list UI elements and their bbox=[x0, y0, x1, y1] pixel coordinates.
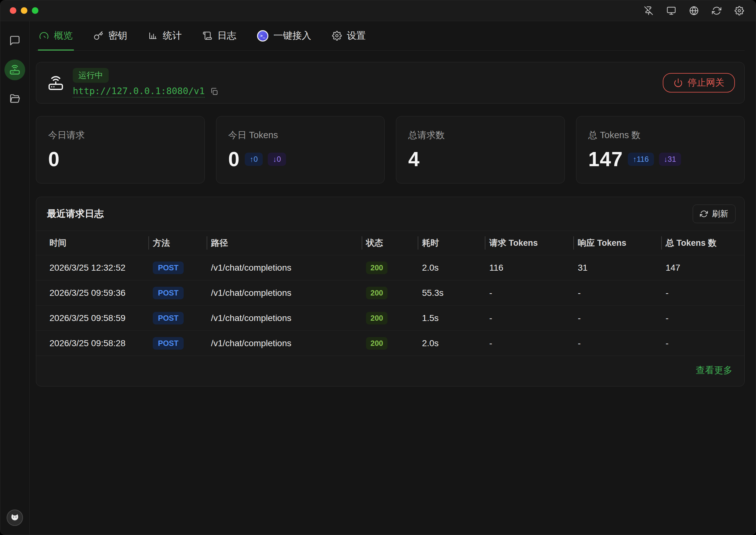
cell-time: 2026/3/25 09:59:36 bbox=[36, 288, 152, 298]
tokens-down-badge: ↓0 bbox=[268, 153, 286, 166]
pin-off-icon[interactable] bbox=[644, 6, 653, 16]
stat-value: 4 bbox=[408, 149, 420, 169]
stat-label: 今日请求 bbox=[48, 129, 193, 142]
main-content: 概览 密钥 统计 日志 bbox=[30, 21, 756, 535]
tokens-up-badge: ↑0 bbox=[245, 153, 263, 166]
router-icon bbox=[47, 74, 65, 92]
cell-total-tokens: - bbox=[664, 338, 744, 349]
col-method: 方法 bbox=[152, 237, 209, 249]
col-res-tokens: 响应 Tokens bbox=[576, 237, 664, 249]
tab-label: 设置 bbox=[347, 29, 366, 42]
stat-value: 0 bbox=[228, 149, 240, 169]
cell-req-tokens: - bbox=[488, 288, 576, 298]
stat-card-total-tokens: 总 Tokens 数 147 ↑116 ↓31 bbox=[576, 116, 745, 183]
tab-logs[interactable]: 日志 bbox=[201, 21, 237, 50]
globe-icon[interactable] bbox=[689, 6, 699, 16]
power-icon bbox=[674, 78, 683, 88]
method-badge: POST bbox=[153, 312, 183, 324]
cell-res-tokens: - bbox=[576, 313, 664, 323]
app-window: 概览 密钥 统计 日志 bbox=[0, 0, 756, 535]
tab-overview[interactable]: 概览 bbox=[38, 21, 74, 50]
folder-icon bbox=[9, 93, 20, 105]
logs-title: 最近请求日志 bbox=[47, 208, 104, 220]
stat-value: 147 bbox=[589, 149, 623, 169]
col-req-tokens: 请求 Tokens bbox=[488, 237, 576, 249]
table-row[interactable]: 2026/3/25 09:58:28 POST /v1/chat/complet… bbox=[36, 330, 744, 355]
cell-res-tokens: - bbox=[576, 288, 664, 298]
stats-row: 今日请求 0 今日 Tokens 0 ↑0 ↓0 总请求数 bbox=[36, 116, 745, 183]
cell-time: 2026/3/25 12:32:52 bbox=[36, 263, 152, 273]
copy-icon[interactable] bbox=[210, 87, 219, 96]
chat-bubble-icon bbox=[9, 35, 20, 47]
cell-res-tokens: 31 bbox=[576, 263, 664, 273]
cell-duration: 2.0s bbox=[421, 338, 488, 349]
terminal-app-icon: >_ bbox=[257, 30, 268, 42]
cell-duration: 55.3s bbox=[421, 288, 488, 298]
col-path: 路径 bbox=[210, 237, 365, 249]
gear-icon bbox=[332, 31, 342, 41]
user-avatar[interactable] bbox=[7, 510, 23, 526]
method-badge: POST bbox=[153, 287, 183, 299]
maximize-window-button[interactable] bbox=[32, 7, 39, 14]
scroll-icon bbox=[202, 31, 212, 41]
col-status: 状态 bbox=[365, 237, 421, 249]
tab-quick-connect[interactable]: >_ 一键接入 bbox=[256, 21, 313, 50]
sidebar-item-files[interactable] bbox=[6, 90, 24, 108]
gauge-icon bbox=[39, 31, 49, 41]
cell-time: 2026/3/25 09:58:59 bbox=[36, 313, 152, 323]
cell-req-tokens: - bbox=[488, 313, 576, 323]
cat-avatar-icon bbox=[9, 512, 21, 524]
view-more-link[interactable]: 查看更多 bbox=[696, 364, 732, 377]
cell-path: /v1/chat/completions bbox=[210, 313, 365, 323]
stop-gateway-button[interactable]: 停止网关 bbox=[663, 73, 735, 93]
col-time: 时间 bbox=[36, 237, 152, 249]
cell-duration: 2.0s bbox=[421, 263, 488, 273]
tab-label: 日志 bbox=[217, 29, 236, 42]
tab-label: 一键接入 bbox=[273, 29, 311, 42]
display-icon[interactable] bbox=[666, 6, 676, 16]
settings-icon[interactable] bbox=[734, 6, 744, 16]
cell-res-tokens: - bbox=[576, 338, 664, 349]
cell-total-tokens: - bbox=[664, 288, 744, 298]
status-badge: 200 bbox=[366, 262, 387, 274]
tab-stats[interactable]: 统计 bbox=[147, 21, 183, 50]
stat-card-today-tokens: 今日 Tokens 0 ↑0 ↓0 bbox=[216, 116, 385, 183]
sidebar-item-chat[interactable] bbox=[6, 32, 24, 50]
tab-label: 密钥 bbox=[108, 29, 127, 42]
stat-value: 0 bbox=[48, 149, 60, 169]
cell-req-tokens: 116 bbox=[488, 263, 576, 273]
tab-settings[interactable]: 设置 bbox=[331, 21, 367, 50]
cell-path: /v1/chat/completions bbox=[210, 288, 365, 298]
cell-time: 2026/3/25 09:58:28 bbox=[36, 338, 152, 349]
table-row[interactable]: 2026/3/25 09:58:59 POST /v1/chat/complet… bbox=[36, 305, 744, 330]
close-window-button[interactable] bbox=[10, 7, 16, 14]
tab-keys[interactable]: 密钥 bbox=[92, 21, 129, 50]
gateway-status-card: 运行中 http://127.0.0.1:8080/v1 停止网关 bbox=[36, 62, 745, 103]
sidebar bbox=[0, 21, 30, 535]
method-badge: POST bbox=[153, 262, 183, 274]
stat-card-today-requests: 今日请求 0 bbox=[36, 116, 205, 183]
status-badge: 运行中 bbox=[73, 68, 109, 83]
recent-logs-card: 最近请求日志 刷新 时间 方法 路径 状态 耗时 请求 Tokens 响应 T bbox=[36, 197, 745, 386]
titlebar bbox=[0, 0, 756, 21]
refresh-button[interactable]: 刷新 bbox=[693, 205, 736, 223]
sidebar-item-gateway[interactable] bbox=[4, 60, 25, 80]
refresh-icon[interactable] bbox=[711, 6, 722, 16]
status-badge: 200 bbox=[366, 312, 387, 324]
cell-total-tokens: 147 bbox=[664, 263, 744, 273]
logs-table-header: 时间 方法 路径 状态 耗时 请求 Tokens 响应 Tokens 总 Tok… bbox=[36, 231, 744, 255]
status-badge: 200 bbox=[366, 287, 387, 299]
cell-total-tokens: - bbox=[664, 313, 744, 323]
table-row[interactable]: 2026/3/25 09:59:36 POST /v1/chat/complet… bbox=[36, 280, 744, 305]
refresh-icon bbox=[700, 210, 708, 218]
minimize-window-button[interactable] bbox=[21, 7, 27, 14]
table-row[interactable]: 2026/3/25 12:32:52 POST /v1/chat/complet… bbox=[36, 255, 744, 280]
stat-label: 总请求数 bbox=[408, 129, 553, 142]
tokens-up-badge: ↑116 bbox=[628, 153, 653, 166]
gateway-url-link[interactable]: http://127.0.0.1:8080/v1 bbox=[73, 86, 205, 98]
traffic-lights bbox=[10, 7, 39, 14]
col-duration: 耗时 bbox=[421, 237, 488, 249]
logs-table: 时间 方法 路径 状态 耗时 请求 Tokens 响应 Tokens 总 Tok… bbox=[36, 231, 744, 355]
tokens-down-badge: ↓31 bbox=[659, 153, 681, 166]
titlebar-actions bbox=[644, 6, 744, 16]
